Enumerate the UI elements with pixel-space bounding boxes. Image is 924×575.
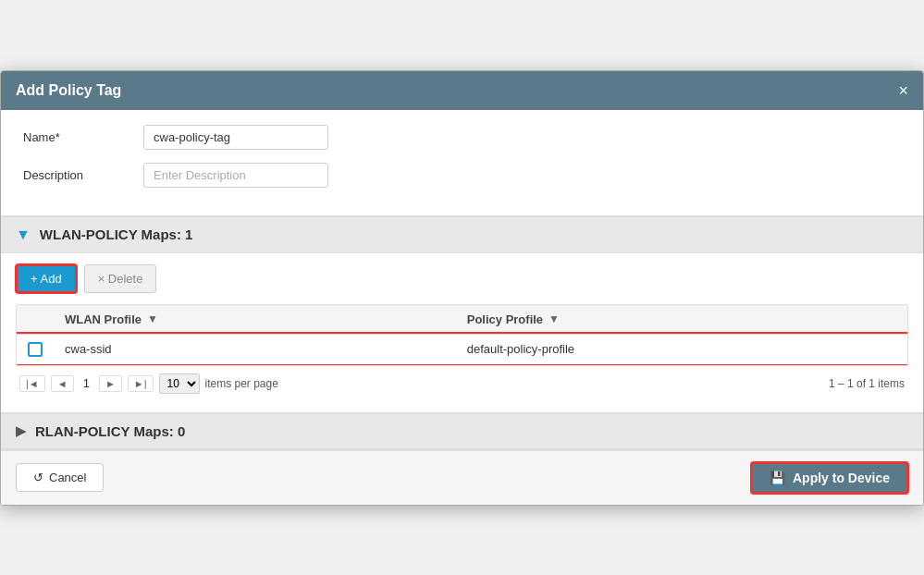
rlan-section-header: ▶ RLAN-POLICY Maps: 0 bbox=[1, 413, 923, 449]
first-page-button[interactable]: |◄ bbox=[19, 375, 45, 392]
prev-page-button[interactable]: ◄ bbox=[51, 375, 74, 392]
wlan-table: WLAN Profile ▼ Policy Profile ▼ bbox=[17, 305, 907, 365]
last-page-button[interactable]: ►| bbox=[128, 375, 154, 392]
dialog-header: Add Policy Tag × bbox=[1, 71, 923, 110]
wlan-table-container: WLAN Profile ▼ Policy Profile ▼ bbox=[16, 304, 908, 366]
name-row: Name* bbox=[23, 125, 901, 150]
cancel-label: Cancel bbox=[49, 471, 86, 484]
pagination-summary: 1 – 1 of 1 items bbox=[829, 377, 905, 390]
delete-button[interactable]: × Delete bbox=[84, 264, 157, 293]
form-section: Name* Description bbox=[1, 110, 923, 215]
wlan-profile-header: WLAN Profile ▼ bbox=[54, 305, 456, 335]
table-row: cwa-ssid default-policy-profile bbox=[17, 334, 907, 364]
name-label: Name* bbox=[23, 130, 143, 144]
apply-icon: 💾 bbox=[770, 471, 785, 485]
row-checkbox-cell bbox=[17, 334, 54, 364]
checkbox-header bbox=[17, 305, 54, 335]
apply-to-device-button[interactable]: 💾 Apply to Device bbox=[751, 462, 908, 494]
add-policy-tag-dialog: Add Policy Tag × Name* Description ▼ WLA… bbox=[0, 70, 924, 506]
policy-profile-header: Policy Profile ▼ bbox=[456, 305, 907, 335]
items-per-page-label: items per page bbox=[205, 377, 278, 390]
apply-label: Apply to Device bbox=[793, 471, 890, 485]
wlan-table-header: WLAN Profile ▼ Policy Profile ▼ bbox=[17, 305, 907, 335]
next-page-button[interactable]: ► bbox=[99, 375, 122, 392]
wlan-section-content: + Add × Delete WLAN Profile ▼ bbox=[1, 253, 923, 412]
cancel-button[interactable]: ↺ Cancel bbox=[16, 463, 104, 492]
description-label: Description bbox=[23, 168, 143, 182]
wlan-section-header: ▼ WLAN-POLICY Maps: 1 bbox=[1, 216, 923, 253]
wlan-profile-cell: cwa-ssid bbox=[54, 334, 456, 364]
cancel-icon: ↺ bbox=[33, 471, 43, 484]
wlan-filter-icon[interactable]: ▼ bbox=[147, 312, 158, 325]
policy-profile-cell: default-policy-profile bbox=[456, 334, 907, 364]
policy-filter-icon[interactable]: ▼ bbox=[548, 312, 560, 325]
close-button[interactable]: × bbox=[898, 82, 908, 99]
wlan-action-buttons: + Add × Delete bbox=[16, 264, 908, 293]
name-input[interactable] bbox=[143, 125, 328, 150]
description-row: Description bbox=[23, 163, 901, 188]
add-button[interactable]: + Add bbox=[16, 264, 77, 293]
row-checkbox[interactable] bbox=[28, 342, 43, 357]
wlan-table-body: cwa-ssid default-policy-profile bbox=[17, 334, 907, 364]
wlan-section-title: WLAN-POLICY Maps: 1 bbox=[40, 226, 193, 242]
description-input[interactable] bbox=[143, 163, 328, 188]
rlan-toggle-icon[interactable]: ▶ bbox=[16, 423, 26, 438]
wlan-pagination: |◄ ◄ 1 ► ►| 10 25 50 items per page 1 – … bbox=[16, 366, 908, 401]
dialog-title: Add Policy Tag bbox=[16, 82, 121, 99]
current-page: 1 bbox=[83, 376, 90, 390]
dialog-footer: ↺ Cancel 💾 Apply to Device bbox=[1, 450, 923, 505]
per-page-select[interactable]: 10 25 50 bbox=[159, 373, 200, 394]
wlan-toggle-icon[interactable]: ▼ bbox=[16, 226, 31, 243]
dialog-body: Name* Description ▼ WLAN-POLICY Maps: 1 … bbox=[1, 110, 923, 450]
rlan-section-title: RLAN-POLICY Maps: 0 bbox=[35, 423, 185, 439]
